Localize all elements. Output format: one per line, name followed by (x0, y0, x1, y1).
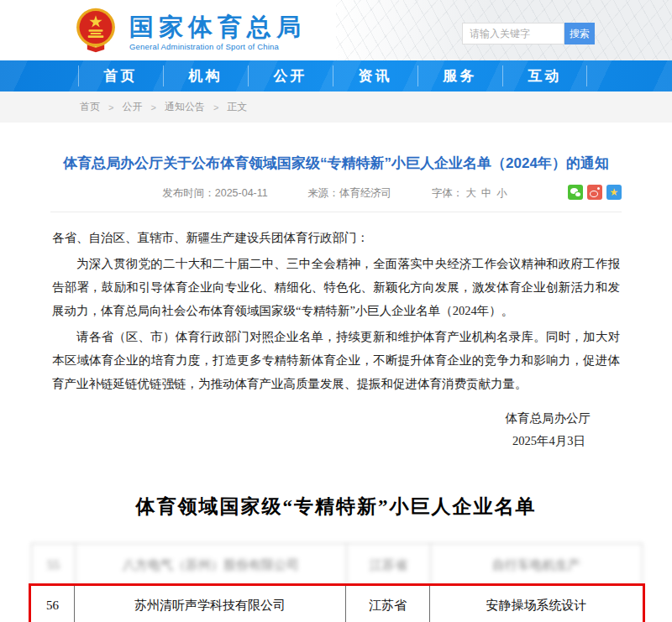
breadcrumb-separator: > (108, 102, 113, 112)
search-box: 搜索 (462, 23, 595, 44)
paragraph-1: 为深入贯彻党的二十大和二十届二中、三中全会精神，全面落实中央经济工作会议精神和政… (52, 252, 620, 322)
breadcrumb-separator: > (150, 102, 155, 112)
cell-company: 八方电气（苏州）股份有限公司 (76, 544, 347, 586)
search-button[interactable]: 搜索 (564, 23, 595, 44)
nav-item-news[interactable]: 资讯 (333, 60, 417, 91)
nav-item-service[interactable]: 服务 (417, 60, 502, 91)
breadcrumb: 首页 > 公开 > 通知公告 > 正文 (0, 91, 672, 123)
list-title: 体育领域国家级“专精特新”小巨人企业名单 (0, 494, 672, 520)
table-row: 55 八方电气（苏州）股份有限公司 江苏省 自行车电机生产 (31, 543, 643, 587)
national-emblem-icon (74, 7, 118, 57)
article-body: 各省、自治区、直辖市、新疆生产建设兵团体育行政部门： 为深入贯彻党的二十大和二十… (0, 212, 672, 395)
signature-block: 体育总局办公厅 2025年4月3日 (0, 407, 672, 452)
cell-company: 苏州清听声学科技有限公司 (75, 586, 346, 622)
font-size-small[interactable]: 小 (496, 187, 507, 199)
wechat-share-icon[interactable] (568, 185, 583, 200)
cell-number: 55 (32, 544, 76, 586)
article-title: 体育总局办公厅关于公布体育领域国家级“专精特新”小巨人企业名单（2024年）的通… (0, 154, 672, 173)
breadcrumb-notices[interactable]: 通知公告 (165, 100, 205, 114)
font-size-control: 字体：大中小 (432, 187, 510, 199)
cell-province: 江苏省 (346, 586, 430, 622)
breadcrumb-home[interactable]: 首页 (80, 100, 100, 114)
signature-date: 2025年4月3日 (0, 430, 591, 452)
nav-item-public[interactable]: 公开 (248, 60, 333, 91)
company-table: 55 八方电气（苏州）股份有限公司 江苏省 自行车电机生产 56 苏州清听声学科… (31, 543, 643, 622)
cell-business: 自行车电机生产 (431, 544, 642, 586)
site-name-en: General Administration of Sport of China (129, 42, 306, 51)
cell-number: 56 (31, 586, 75, 622)
nav-item-org[interactable]: 机构 (163, 60, 248, 91)
article: 体育总局办公厅关于公布体育领域国家级“专精特新”小巨人企业名单（2024年）的通… (0, 154, 672, 622)
article-source: 来源：体育经济司 (307, 187, 391, 199)
share-bar: ★ (564, 185, 622, 200)
breadcrumb-separator: > (213, 102, 218, 112)
search-input[interactable] (462, 23, 564, 44)
main-nav: 首页 机构 公开 资讯 服务 互动 (0, 60, 672, 91)
cell-business: 安静操场系统设计 (430, 586, 643, 622)
font-size-medium[interactable]: 中 (481, 187, 492, 199)
site-name: 国家体育总局 (129, 13, 306, 40)
nav-item-interact[interactable]: 互动 (502, 60, 587, 91)
signature-org: 体育总局办公厅 (0, 407, 591, 430)
weibo-share-icon[interactable] (587, 185, 602, 200)
nav-item-home[interactable]: 首页 (78, 60, 163, 91)
font-size-large[interactable]: 大 (465, 187, 476, 199)
site-brand[interactable]: 国家体育总局 General Administration of Sport o… (74, 7, 306, 57)
breadcrumb-public[interactable]: 公开 (122, 100, 142, 114)
article-meta: 发布时间：2025-04-11 来源：体育经济司 字体：大中小 ★ (50, 186, 622, 212)
qzone-share-icon[interactable]: ★ (606, 185, 622, 200)
breadcrumb-current: 正文 (227, 100, 247, 114)
font-size-label: 字体： (432, 187, 464, 199)
paragraph-2: 请各省（区、市）体育行政部门对照企业名单，持续更新和维护体育产业机构名录库。同时… (52, 325, 620, 395)
cell-province: 江苏省 (347, 544, 431, 586)
site-header: 国家体育总局 General Administration of Sport o… (0, 0, 672, 60)
paragraph-salutation: 各省、自治区、直辖市、新疆生产建设兵团体育行政部门： (52, 226, 620, 249)
publish-time: 发布时间：2025-04-11 (162, 187, 268, 199)
table-row-highlighted: 56 苏州清听声学科技有限公司 江苏省 安静操场系统设计 (31, 586, 643, 622)
